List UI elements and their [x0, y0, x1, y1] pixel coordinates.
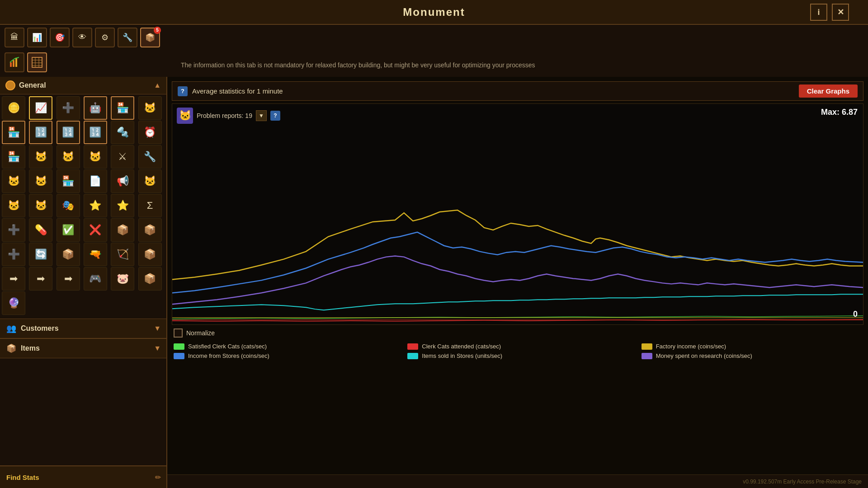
icon-cell-29[interactable]: ⭐ [111, 194, 134, 217]
sub-tab-table[interactable] [27, 52, 47, 72]
icon-cell-22[interactable]: 📄 [84, 169, 107, 193]
items-arrow-icon: ▼ [154, 344, 161, 352]
icon-cell-20[interactable]: 🐱 [29, 169, 52, 193]
icon-cell-39[interactable]: 📦 [57, 243, 80, 266]
legend-item-6: Money spent on research (coins/sec) [642, 352, 862, 359]
icon-cell-47[interactable]: 🐷 [111, 267, 134, 291]
edit-icon: ✏ [155, 473, 161, 482]
tab-1[interactable]: 🏛 [5, 28, 24, 47]
customers-arrow-icon: ▼ [154, 324, 161, 333]
icon-cell-43[interactable]: ➡ [2, 267, 25, 291]
legend-color-5 [407, 353, 418, 359]
icon-cell-46[interactable]: 🎮 [84, 267, 107, 291]
tab-4[interactable]: 👁 [72, 28, 92, 47]
tab-7[interactable]: 📦 5 [140, 28, 160, 47]
legend-label-6: Money spent on research (coins/sec) [656, 352, 752, 359]
legend-item-1: Satisfied Clerk Cats (cats/sec) [174, 343, 394, 350]
tab-6[interactable]: 🔧 [118, 28, 137, 47]
icon-cell-4[interactable]: 🤖 [84, 96, 107, 120]
general-header[interactable]: General ▲ [0, 77, 166, 94]
icon-cell-41[interactable]: 🏹 [111, 243, 134, 266]
chart-header: ? Average statistics for 1 minute Clear … [172, 81, 863, 101]
sub-tab-bar [0, 50, 172, 75]
icon-cell-17[interactable]: ⚔ [111, 145, 134, 169]
icon-cell-2[interactable]: 📈 [29, 96, 52, 120]
chart-container: 🐱 Problem reports: 19 ▼ ? Max: 6.87 0 [172, 103, 863, 325]
tab-2[interactable]: 📊 [27, 28, 47, 47]
zero-value-label: 0 [853, 310, 858, 319]
icon-cell-44[interactable]: ➡ [29, 267, 52, 291]
chart-help-icon[interactable]: ? [178, 86, 188, 96]
icon-cell-30[interactable]: Σ [138, 194, 162, 217]
problem-bar: 🐱 Problem reports: 19 ▼ ? [177, 108, 280, 124]
icon-cell-23[interactable]: 📢 [111, 169, 134, 193]
icon-cell-1[interactable]: 🪙 [2, 96, 25, 120]
icon-cell-15[interactable]: 🐱 [57, 145, 80, 169]
icon-cell-34[interactable]: ❌ [84, 218, 107, 242]
icon-cell-35[interactable]: 📦 [111, 218, 134, 242]
legend-label-5: Items sold in Stores (units/sec) [422, 352, 502, 359]
icon-cell-14[interactable]: 🐱 [29, 145, 52, 169]
icon-cell-38[interactable]: 🔄 [29, 243, 52, 266]
normalize-checkbox[interactable] [174, 328, 183, 338]
icon-cell-25[interactable]: 🐱 [2, 194, 25, 217]
problem-dropdown-button[interactable]: ▼ [256, 110, 267, 121]
icon-cell-24[interactable]: 🐱 [138, 169, 162, 193]
icon-cell-19[interactable]: 🐱 [2, 169, 25, 193]
icon-cell-8[interactable]: 🔢 [29, 121, 52, 144]
icon-cell-48[interactable]: 📦 [138, 267, 162, 291]
icon-cell-28[interactable]: ⭐ [84, 194, 107, 217]
icon-cell-16[interactable]: 🐱 [84, 145, 107, 169]
legend-item-4: Income from Stores (coins/sec) [174, 352, 394, 359]
svg-rect-2 [15, 58, 17, 67]
icon-cell-7[interactable]: 🏪 [2, 121, 25, 144]
main-area: ? Average statistics for 1 minute Clear … [167, 77, 868, 474]
svg-rect-0 [10, 62, 12, 67]
cat-avatar: 🐱 [177, 108, 193, 124]
icon-cell-12[interactable]: ⏰ [138, 121, 162, 144]
legend: Satisfied Clerk Cats (cats/sec) Clerk Ca… [172, 341, 863, 361]
icon-cell-13[interactable]: 🏪 [2, 145, 25, 169]
normalize-section: Normalize [172, 325, 863, 341]
window-title: Monument [403, 6, 465, 19]
legend-item-3: Factory income (coins/sec) [642, 343, 862, 350]
icon-cell-32[interactable]: 💊 [29, 218, 52, 242]
tab-5[interactable]: ⚙ [95, 28, 115, 47]
icon-cell-27[interactable]: 🎭 [57, 194, 80, 217]
version-bar: v0.99.192.507m Early Access Pre-Release … [167, 474, 868, 488]
tab-3[interactable]: 🎯 [50, 28, 70, 47]
icon-cell-31[interactable]: ➕ [2, 218, 25, 242]
icon-cell-37[interactable]: ➕ [2, 243, 25, 266]
icon-cell-18[interactable]: 🔧 [138, 145, 162, 169]
icon-cell-45[interactable]: ➡ [57, 267, 80, 291]
legend-item-2: Clerk Cats attended (cats/sec) [407, 343, 627, 350]
icon-cell-11[interactable]: 🔩 [111, 121, 134, 144]
icon-cell-3[interactable]: ➕ [57, 96, 80, 120]
tab-7-badge: 5 [154, 27, 161, 34]
icon-cell-6[interactable]: 🐱 [138, 96, 162, 120]
general-label: General [19, 81, 150, 89]
items-section[interactable]: 📦 Items ▼ [0, 338, 166, 358]
problem-help-button[interactable]: ? [270, 111, 280, 121]
icon-cell-5[interactable]: 🏪 [111, 96, 134, 120]
legend-label-4: Income from Stores (coins/sec) [188, 352, 269, 359]
customers-icon: 👥 [5, 323, 17, 334]
legend-label-3: Factory income (coins/sec) [656, 343, 726, 350]
customers-section[interactable]: 👥 Customers ▼ [0, 319, 166, 338]
icon-cell-36[interactable]: 📦 [138, 218, 162, 242]
icon-cell-21[interactable]: 🏪 [57, 169, 80, 193]
info-button[interactable]: i [810, 4, 827, 21]
icon-cell-9[interactable]: 🔢 [57, 121, 80, 144]
icon-cell-33[interactable]: ✅ [57, 218, 80, 242]
icon-cell-26[interactable]: 🐱 [29, 194, 52, 217]
icon-cell-49[interactable]: 🔮 [2, 291, 25, 315]
find-stats-button[interactable]: Find Stats ✏ [0, 465, 167, 488]
clear-graphs-button[interactable]: Clear Graphs [799, 84, 858, 98]
icon-cell-42[interactable]: 📦 [138, 243, 162, 266]
legend-color-2 [407, 343, 418, 350]
items-label: Items [21, 344, 150, 352]
sub-tab-charts[interactable] [5, 52, 24, 72]
icon-cell-10[interactable]: 🔢 [84, 121, 107, 144]
close-button[interactable]: ✕ [832, 4, 849, 21]
icon-cell-40[interactable]: 🔫 [84, 243, 107, 266]
